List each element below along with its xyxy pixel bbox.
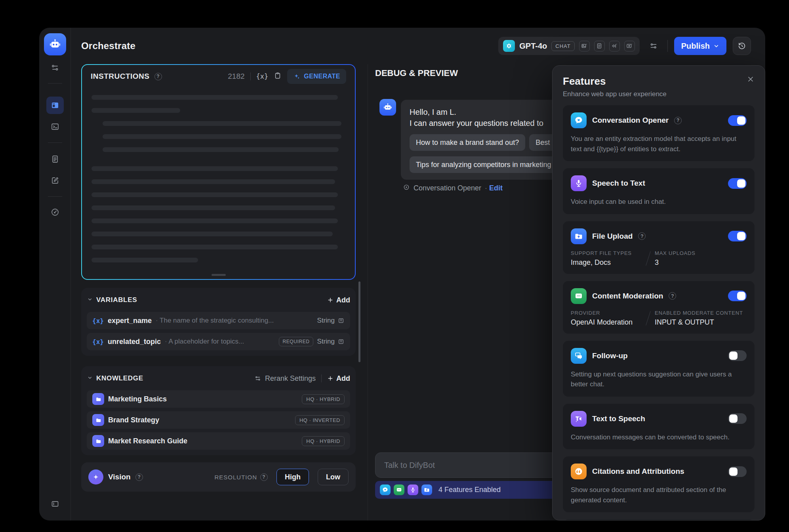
help-icon[interactable]: ? (638, 232, 646, 240)
speech-to-text-mini-icon (408, 484, 418, 495)
version-history-button[interactable] (733, 37, 751, 55)
generate-button[interactable]: GENERATE (287, 69, 346, 84)
feature-title: Speech to Text (592, 179, 645, 188)
instructions-title: INSTRUCTIONS (91, 72, 150, 81)
suggested-question-chip[interactable]: Tips for analyzing competitors in market… (410, 156, 557, 173)
app-logo-robot-icon[interactable] (44, 33, 66, 55)
variable-row[interactable]: {x} unrelated_topic A placeholder for to… (87, 333, 350, 350)
follow-up-toggle[interactable] (728, 350, 747, 361)
help-icon[interactable]: ? (135, 473, 143, 481)
add-knowledge-button[interactable]: Add (327, 374, 350, 383)
sidebar-item-monitoring-gauge-icon[interactable] (46, 203, 64, 221)
variable-type: String (317, 338, 335, 346)
meta-label: ENABLED MODERATE CONTENT (655, 310, 743, 316)
dataset-folder-icon (92, 414, 104, 426)
model-selector[interactable]: GPT-4o CHAT (498, 37, 639, 55)
feature-title: Text to Speech (592, 414, 645, 423)
text-to-speech-icon (571, 411, 587, 427)
help-icon[interactable]: ? (154, 73, 162, 80)
content-moderation-toggle[interactable] (728, 291, 747, 301)
features-enabled-count: 4 Features Enabled (438, 486, 501, 494)
instructions-editor[interactable] (82, 88, 355, 262)
citations-toggle[interactable] (728, 466, 747, 477)
dataset-folder-icon (92, 393, 104, 405)
publish-button[interactable]: Publish (674, 37, 726, 55)
knowledge-row[interactable]: Brand Strategy HQ · INVERTED (87, 411, 350, 429)
vision-section: Vision ? RESOLUTION ? High Low (81, 462, 356, 492)
resolution-high-button[interactable]: High (276, 469, 309, 485)
bot-avatar (379, 99, 396, 116)
header: Orchestrate GPT-4o CHAT (71, 28, 765, 64)
add-label: Add (336, 296, 350, 304)
variable-braces-icon: {x} (92, 317, 104, 325)
vision-eye-icon (88, 469, 103, 484)
character-count: 2182 (228, 72, 244, 81)
meta-divider (641, 250, 655, 267)
variable-insert-icon[interactable]: {x} (256, 72, 269, 80)
sliders-icon (254, 375, 261, 382)
suggested-question-chip[interactable]: How to make a brand stand out? (410, 134, 525, 151)
retrieval-badge: HQ · INVERTED (295, 415, 345, 425)
close-icon[interactable] (747, 75, 755, 85)
model-settings-sliders-icon[interactable] (646, 38, 661, 53)
help-icon[interactable]: ? (669, 292, 676, 300)
resolution-low-button[interactable]: Low (318, 469, 349, 485)
conversation-opener-toggle[interactable] (728, 115, 747, 126)
feature-card-text-to-speech: Text to Speech Conversation messages can… (563, 404, 755, 450)
dataset-folder-icon (92, 435, 104, 447)
sidebar-item-logs-icon[interactable] (46, 150, 64, 168)
add-variable-button[interactable]: Add (327, 296, 350, 304)
help-icon[interactable]: ? (260, 473, 268, 481)
sidebar-item-annotation-edit-icon[interactable] (46, 172, 64, 189)
feature-card-speech-to-text: Speech to Text Voice input can be used i… (563, 168, 755, 214)
feature-title: Content Moderation (592, 292, 663, 300)
resize-handle[interactable] (212, 274, 226, 276)
conversation-opener-icon (571, 112, 587, 128)
publish-label: Publish (681, 42, 710, 51)
opener-attribution-row: Conversation Opener Edit (403, 184, 503, 193)
sidebar (39, 28, 71, 521)
chevron-down-icon[interactable] (87, 296, 93, 304)
skeleton-text-line (91, 232, 333, 236)
sidebar-settings-sliders-icon[interactable] (46, 59, 64, 76)
variable-row[interactable]: {x} expert_name The name of the strategi… (87, 312, 350, 329)
feature-description: Voice input can be used in chat. (571, 197, 747, 207)
speech-to-text-toggle[interactable] (728, 178, 747, 189)
knowledge-row[interactable]: Market Research Guide HQ · HYBRID (87, 432, 350, 450)
vision-title: Vision (108, 473, 131, 481)
sidebar-item-orchestrate-window-icon[interactable] (46, 97, 64, 114)
file-upload-toggle[interactable] (728, 231, 747, 241)
sidebar-item-terminal-icon[interactable] (46, 118, 64, 135)
skeleton-text-line (91, 245, 338, 249)
rerank-settings-button[interactable]: Rerank Settings (254, 374, 316, 383)
sidebar-divider (48, 196, 62, 197)
text-to-speech-toggle[interactable] (728, 413, 747, 424)
variables-section: VARIABLES Add {x} expert_name The name o… (81, 288, 356, 356)
feature-description: Show source document and attributed sect… (571, 485, 747, 505)
openai-logo-icon (503, 40, 515, 52)
variable-type: String (317, 317, 335, 325)
video-capability-icon (624, 41, 635, 51)
instructions-header: INSTRUCTIONS ? 2182 {x} GENERATE (82, 65, 355, 88)
copy-clipboard-icon[interactable] (274, 72, 282, 81)
knowledge-row[interactable]: Marketing Basics HQ · HYBRID (87, 390, 350, 408)
help-icon[interactable]: ? (674, 117, 682, 124)
collapse-sidebar-icon[interactable] (46, 495, 64, 513)
knowledge-title: KNOWLEDGE (96, 374, 143, 382)
scrollbar[interactable] (358, 281, 360, 362)
dataset-name: Marketing Basics (108, 395, 167, 403)
instructions-panel: INSTRUCTIONS ? 2182 {x} GENERATE (81, 64, 356, 280)
sidebar-divider (48, 142, 62, 143)
meta-label: SUPPORT FILE TYPES (571, 250, 641, 256)
edit-opener-link[interactable]: Edit (485, 184, 503, 192)
chevron-down-icon[interactable] (87, 374, 93, 382)
rerank-label: Rerank Settings (265, 374, 316, 383)
skeleton-text-line (103, 147, 339, 152)
target-icon (403, 184, 410, 193)
variables-title: VARIABLES (96, 296, 137, 304)
feature-card-conversation-opener: Conversation Opener ? You are an entity … (563, 105, 755, 161)
meta-value: OpenAI Moderation (571, 318, 641, 327)
skeleton-text-line (103, 121, 341, 126)
file-upload-icon (571, 228, 587, 244)
skeleton-text-line (91, 218, 338, 223)
